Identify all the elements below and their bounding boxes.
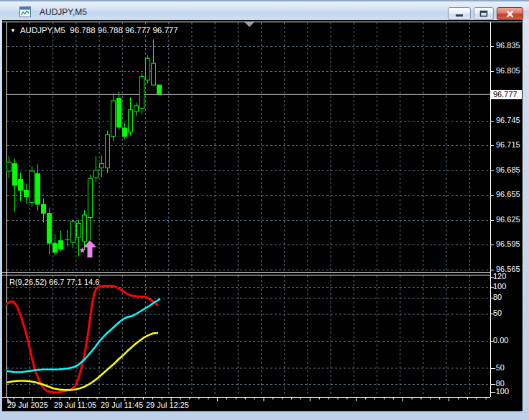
candle-body xyxy=(123,128,127,137)
candle-body xyxy=(88,178,93,217)
symbol-dropdown-icon[interactable]: ▼ xyxy=(10,27,16,34)
candle-body xyxy=(152,63,156,85)
candle-body xyxy=(36,173,40,204)
indicator-axis-label: 100 xyxy=(493,282,506,291)
candle-body xyxy=(7,162,12,171)
candle-body xyxy=(71,222,75,242)
candle-body xyxy=(117,99,121,127)
buy-arrow-marker[interactable] xyxy=(83,240,96,257)
indicator-axis-label: -100 xyxy=(493,387,509,396)
indicator-axis-label: -50 xyxy=(493,363,505,373)
candle-body xyxy=(30,171,34,203)
candle-body xyxy=(83,215,87,242)
candle-body xyxy=(42,204,46,214)
time-axis-label: 29 Jul 11:45 xyxy=(101,401,143,410)
candle-body xyxy=(106,134,110,168)
indicator-axis-label: 50 xyxy=(493,309,502,318)
candle-body xyxy=(157,85,162,94)
candle-body xyxy=(24,190,29,196)
chart-canvas[interactable] xyxy=(0,0,529,420)
candle-body xyxy=(134,106,139,111)
price-axis-label: 96.625 xyxy=(496,215,520,224)
price-axis-label: 96.835 xyxy=(496,41,520,50)
candle-body xyxy=(111,101,116,137)
price-axis-label: 96.685 xyxy=(496,165,520,175)
candle-body xyxy=(129,110,133,132)
candle-body xyxy=(100,164,104,168)
price-axis-label: 96.715 xyxy=(496,140,520,150)
price-axis-label: 96.805 xyxy=(496,66,520,76)
candle-body xyxy=(47,214,52,243)
candle-body xyxy=(19,179,23,190)
candle-body xyxy=(140,77,144,109)
indicator-legend: R(9,26,52) 66.7 77.1 14.6 xyxy=(9,278,99,286)
time-axis-label: 29 Jul 11:05 xyxy=(54,401,96,410)
price-axis-label: 96.655 xyxy=(496,190,520,199)
candle-body xyxy=(146,58,150,80)
candle-body xyxy=(53,243,58,252)
chart-legend: ▼AUDJPY,M5 96.788 96.788 96.777 96.777 xyxy=(10,26,178,35)
chart-shift-marker xyxy=(245,22,254,27)
price-axis-label: 96.595 xyxy=(496,239,520,249)
candle-body xyxy=(77,224,81,238)
indicator-axis-label: 80 xyxy=(493,293,502,302)
time-axis-label: 29 Jul 12:25 xyxy=(146,401,189,410)
price-axis-label: 96.745 xyxy=(496,116,520,125)
indicator-axis-label: 120 xyxy=(493,272,506,281)
current-price-tag: 96.777 xyxy=(491,90,522,99)
candle-body xyxy=(13,164,17,186)
candle-body xyxy=(94,170,98,178)
chart-legend-text: AUDJPY,M5 96.788 96.788 96.777 96.777 xyxy=(20,26,178,35)
indicator-axis-label: 0.00 xyxy=(493,336,508,345)
time-axis-label: 29 Jul 2025 xyxy=(7,401,48,410)
candle-body xyxy=(59,241,63,250)
